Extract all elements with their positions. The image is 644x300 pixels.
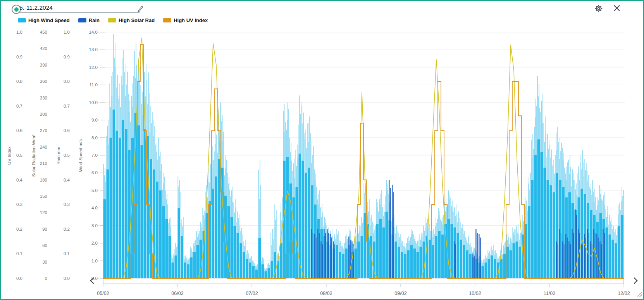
close-button[interactable] (613, 5, 620, 12)
wind-axis-ticks: 14.013.012.011.010.09.08.07.06.05.04.03.… (89, 30, 98, 281)
svg-text:12/02: 12/02 (618, 291, 630, 296)
svg-text:5.0: 5.0 (91, 188, 98, 193)
close-icon (613, 5, 620, 12)
solar-axis-ticks: 4504203903603303002702402101801501209060… (40, 30, 47, 281)
svg-text:0.0: 0.0 (64, 276, 70, 281)
svg-text:1.0: 1.0 (16, 30, 22, 34)
svg-text:360: 360 (40, 79, 47, 84)
chart-plot-area[interactable]: 1.00.90.80.70.60.50.40.30.20.10.04504203… (1, 1, 643, 299)
svg-text:120: 120 (40, 210, 47, 215)
widget-window: High Wind Speed Rain High Solar Rad High… (0, 0, 644, 300)
date-range-input[interactable] (19, 3, 139, 13)
svg-text:10.0: 10.0 (89, 100, 98, 105)
svg-text:0.2: 0.2 (64, 227, 70, 231)
uv-step-line (103, 45, 624, 278)
svg-text:0.8: 0.8 (16, 79, 22, 84)
svg-text:14.0: 14.0 (89, 30, 98, 34)
svg-text:390: 390 (40, 63, 47, 67)
svg-text:420: 420 (40, 46, 47, 51)
scroll-next-button[interactable] (632, 278, 637, 283)
rain-bars (311, 180, 605, 278)
svg-text:1.0: 1.0 (64, 30, 70, 34)
svg-text:13.0: 13.0 (89, 47, 98, 52)
resize-grip-icon (637, 292, 642, 297)
svg-text:210: 210 (40, 161, 47, 166)
edit-button[interactable] (137, 5, 144, 12)
svg-text:0.1: 0.1 (64, 251, 70, 256)
svg-text:10/02: 10/02 (469, 291, 481, 296)
svg-text:11/02: 11/02 (544, 291, 555, 296)
svg-text:90: 90 (42, 227, 47, 231)
solar-line (105, 38, 622, 278)
resize-handle[interactable] (637, 291, 642, 298)
solar-axis-title: Solar Radiation W/m² (31, 134, 36, 177)
svg-text:270: 270 (40, 128, 47, 133)
svg-text:0.4: 0.4 (64, 178, 70, 182)
svg-text:0.5: 0.5 (16, 153, 22, 158)
radio-selected-dot (14, 7, 19, 12)
rain-axis-title: Rain mm (56, 147, 61, 165)
legend-item-rain[interactable]: Rain (78, 17, 100, 23)
svg-text:05/02: 05/02 (97, 291, 109, 296)
svg-text:0.4: 0.4 (16, 178, 23, 182)
svg-text:0.2: 0.2 (16, 227, 22, 231)
svg-text:0.8: 0.8 (64, 79, 70, 84)
uv-swatch (163, 18, 171, 22)
svg-text:1.0: 1.0 (91, 259, 98, 263)
svg-text:60: 60 (42, 243, 47, 248)
svg-text:12.0: 12.0 (89, 65, 98, 70)
svg-text:0.7: 0.7 (16, 104, 22, 108)
rain-swatch (78, 18, 86, 22)
legend-item-solar[interactable]: High Solar Rad (108, 17, 155, 23)
svg-text:06/02: 06/02 (171, 291, 183, 296)
svg-text:0.3: 0.3 (64, 202, 70, 207)
legend-item-wind[interactable]: High Wind Speed (18, 17, 70, 23)
svg-text:0.6: 0.6 (16, 128, 22, 133)
legend: High Wind Speed Rain High Solar Rad High… (18, 17, 208, 23)
legend-label: High Solar Rad (119, 17, 155, 23)
uv-axis-title: UV Index (7, 146, 12, 165)
svg-text:0.1: 0.1 (16, 251, 22, 256)
wind-axis-title: Wind Speed m/s (78, 139, 83, 172)
svg-text:6.0: 6.0 (91, 170, 98, 175)
svg-text:11.0: 11.0 (89, 82, 98, 87)
settings-button[interactable] (594, 4, 603, 13)
legend-item-uv[interactable]: High UV Index (163, 17, 208, 23)
svg-text:07/02: 07/02 (246, 291, 258, 296)
svg-text:3.0: 3.0 (91, 223, 98, 228)
svg-text:0: 0 (45, 276, 47, 281)
svg-text:9.0: 9.0 (91, 118, 98, 122)
svg-text:300: 300 (40, 112, 47, 117)
svg-text:0.7: 0.7 (64, 104, 70, 108)
wind-swatch (18, 18, 26, 22)
svg-text:0.0: 0.0 (16, 276, 22, 281)
svg-text:0.6: 0.6 (64, 128, 70, 133)
svg-text:150: 150 (40, 194, 47, 199)
wind-axis-tick-marks (100, 32, 105, 278)
scroll-prev-button[interactable] (91, 278, 96, 283)
svg-text:0.5: 0.5 (64, 153, 70, 158)
pencil-icon (137, 5, 144, 12)
solar-swatch (108, 18, 116, 22)
svg-text:08/02: 08/02 (320, 291, 332, 296)
legend-label: High Wind Speed (28, 17, 70, 23)
svg-text:30: 30 (42, 260, 47, 264)
rain-axis-ticks: 1.00.90.80.70.60.50.40.30.20.10.0 (64, 30, 70, 281)
svg-text:240: 240 (40, 145, 47, 149)
svg-text:180: 180 (40, 178, 47, 182)
gridlines (98, 32, 625, 278)
svg-text:4.0: 4.0 (91, 206, 98, 210)
x-axis: 05/0206/0207/0208/0209/0210/0211/0212/02 (97, 279, 630, 296)
svg-text:0.9: 0.9 (64, 55, 70, 59)
chevron-right-icon (631, 278, 638, 284)
svg-text:09/02: 09/02 (394, 291, 406, 296)
svg-text:0.9: 0.9 (16, 55, 22, 59)
svg-text:2.0: 2.0 (91, 241, 98, 245)
legend-label: Rain (89, 17, 100, 23)
svg-text:7.0: 7.0 (91, 153, 98, 158)
wind-bars (103, 34, 623, 278)
gear-icon (594, 4, 603, 13)
svg-text:8.0: 8.0 (91, 135, 98, 140)
svg-text:330: 330 (40, 96, 47, 100)
uv-axis-ticks: 1.00.90.80.70.60.50.40.30.20.10.0 (16, 30, 23, 281)
